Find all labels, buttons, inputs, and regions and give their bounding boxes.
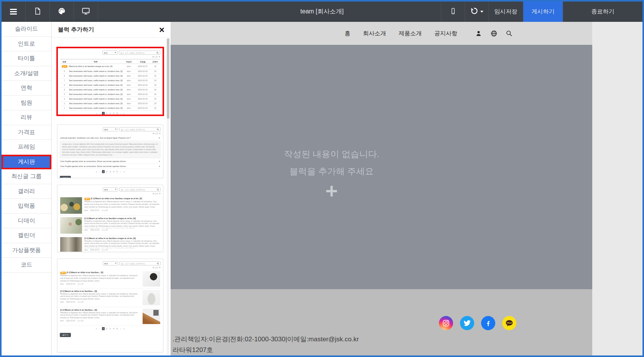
thumbnail-image <box>60 237 82 252</box>
sidebar-item[interactable]: 인트로 <box>2 37 51 52</box>
block-list: 분류 찾고 싶은 내용을 검색하세요 최신순 번호 제목 작성자 작성일 <box>52 38 171 355</box>
sidebar-item[interactable]: 연혁 <box>2 81 51 96</box>
page-button[interactable] <box>26 2 50 22</box>
app-window: team [회사소개] 임시저장 게시하기 종료하기 슬라이드인트로타이틀소개/… <box>0 0 644 357</box>
table-row: 3 Sed consectetur velit luctus, mollis m… <box>60 97 160 101</box>
page-number: › <box>119 327 122 330</box>
page-canvas: 작성된 내용이 없습니다. 블럭을 추가해 주세요 <box>171 45 592 289</box>
palette-icon <box>58 7 66 17</box>
sidebar-item[interactable]: 코드 <box>2 258 51 273</box>
site-nav-item[interactable]: 공지사항 <box>434 30 457 37</box>
page-number: 2 <box>105 112 108 115</box>
block-preview-board-faq[interactable]: 분류 찾고 싶은 내용을 검색하세요 최신순 vehicula imperdie… <box>57 124 163 178</box>
exit-button[interactable]: 종료하기 <box>563 2 642 22</box>
block-preview-board-table-highlighted[interactable]: 분류 찾고 싶은 내용을 검색하세요 최신순 번호 제목 작성자 작성일 <box>56 47 164 116</box>
sidebar-item-label: 캘린더 <box>18 232 35 239</box>
publish-button[interactable]: 게시하기 <box>523 2 563 22</box>
thumbnail-image <box>143 271 160 287</box>
sidebar-item[interactable]: 게시판 <box>2 155 51 170</box>
sort-control: 최신순 <box>60 192 161 195</box>
search-icon[interactable] <box>506 30 513 37</box>
page-number: 1 <box>102 327 105 330</box>
sidebar-item[interactable]: 슬라이드 <box>2 22 51 37</box>
sidebar-item[interactable]: 최신글 그룹 <box>2 169 51 184</box>
table-row: 2 Sed consectetur velit luctus, mollis m… <box>60 101 160 106</box>
list-item: [1-1] Mauris ac tellus in ac faucibus...… <box>60 307 161 326</box>
page-number: 4 <box>112 327 115 330</box>
site-header-icons <box>475 30 513 37</box>
sidebar-item-label: 소개/설명 <box>14 70 39 77</box>
faq-answer: congue arcu, sit amet dapibus nibh. Duis… <box>60 141 161 158</box>
scrollbar-thumb[interactable] <box>167 38 169 119</box>
page-number: 1 <box>102 112 105 115</box>
theme-button[interactable] <box>50 2 74 22</box>
close-icon[interactable]: × <box>159 25 164 34</box>
block-preview-board-image-right[interactable]: 분류 찾고 싶은 내용을 검색하세요 최신순 공지 [1-1] Mauris a… <box>57 259 163 352</box>
sidebar-item[interactable]: 타이틀 <box>2 51 51 66</box>
temp-save-button[interactable]: 임시저장 <box>488 2 523 22</box>
page-number: › <box>119 170 122 173</box>
monitor-icon <box>82 7 90 17</box>
sidebar-item[interactable]: 소개/설명 <box>2 66 51 81</box>
sidebar-item[interactable]: 리뷰 <box>2 110 51 125</box>
facebook-icon[interactable] <box>481 316 495 330</box>
sidebar-item[interactable]: 팀원 <box>2 96 51 111</box>
faq-question: Cras fringilla egestas tortor ac consect… <box>60 159 161 164</box>
sidebar-item-label: 슬라이드 <box>15 25 38 33</box>
search-magnifier-icon <box>157 262 159 265</box>
site-nav-item[interactable]: 회사소개 <box>363 30 386 37</box>
block-preview-board-image-left[interactable]: 분류 찾고 싶은 내용을 검색하세요 최신순 공지 [1-1] Mauris a… <box>57 185 163 252</box>
menu-button[interactable] <box>2 2 26 22</box>
sidebar-item[interactable]: 가상플랫폼 <box>2 243 51 258</box>
category-select: 분류 <box>103 261 118 265</box>
sidebar-item[interactable]: 디데이 <box>2 214 51 229</box>
page-number: 2 <box>105 170 108 173</box>
page-number: 4 <box>112 170 115 173</box>
list-item: [1-1] Mauris ac tellus in ac faucibus co… <box>60 216 161 236</box>
kakao-talk-label: TALK <box>507 322 512 324</box>
person-icon[interactable] <box>475 30 482 37</box>
footer-line1: .관리책임자:이은경|전화:02-1000-3030|이메일:master@js… <box>172 334 359 345</box>
sidebar-item-label: 팀원 <box>21 99 32 106</box>
chevron-down-icon <box>480 11 483 13</box>
site-nav-item[interactable]: 제품소개 <box>399 30 422 37</box>
thumbnail-image <box>143 309 160 324</box>
page-number: » <box>123 170 125 173</box>
site-nav-item[interactable]: 홈 <box>345 30 350 37</box>
table-row: 1 Sed consectetur velit luctus, mollis m… <box>60 106 160 110</box>
panel-scrollbar[interactable] <box>167 38 169 355</box>
twitter-icon[interactable] <box>460 316 474 330</box>
sidebar-item-label: 입력폼 <box>18 202 35 210</box>
pagination: «‹12345›» <box>60 112 160 115</box>
undo-button[interactable] <box>465 2 488 22</box>
add-block-panel: 블럭 추가하기 × 분류 찾고 싶은 내용을 검색하세요 최신순 <box>52 22 171 355</box>
sidebar-item[interactable]: 가격표 <box>2 125 51 140</box>
instagram-icon[interactable] <box>439 316 453 330</box>
sidebar-item[interactable]: 프레임 <box>2 140 51 155</box>
sidebar-item-label: 타이틀 <box>18 55 35 62</box>
sort-control: 최신순 <box>60 266 161 269</box>
search-input: 찾고 싶은 내용을 검색하세요 <box>119 187 161 192</box>
sidebar-item[interactable]: 갤러리 <box>2 184 51 199</box>
desktop-preview-button[interactable] <box>74 2 98 22</box>
write-button: 글쓰기 <box>60 176 71 178</box>
page-number: 3 <box>109 170 112 173</box>
kakaotalk-icon[interactable]: TALK <box>502 316 516 330</box>
globe-icon[interactable] <box>490 30 498 37</box>
category-select: 분류 <box>103 127 118 131</box>
footer-line2: 라타워1207호 <box>172 345 359 355</box>
block-category-sidebar: 슬라이드인트로타이틀소개/설명연혁팀원리뷰가격표프레임게시판최신글 그룹갤러리입… <box>2 22 52 355</box>
page-number: » <box>123 327 125 330</box>
page-number: « <box>95 170 98 173</box>
sidebar-item-label: 디데이 <box>18 217 35 224</box>
sidebar-item[interactable]: 캘린더 <box>2 228 51 243</box>
table-row: 5 Sed consectetur velit luctus, mollis m… <box>60 87 160 92</box>
sidebar-item-label: 연혁 <box>21 84 32 92</box>
sidebar-item-label: 인트로 <box>18 40 35 47</box>
mobile-preview-button[interactable] <box>441 2 465 22</box>
footer-info: .관리책임자:이은경|전화:02-1000-3030|이메일:master@js… <box>172 334 359 355</box>
sidebar-item[interactable]: 입력폼 <box>2 199 51 214</box>
site-footer: .관리책임자:이은경|전화:02-1000-3030|이메일:master@js… <box>171 289 592 355</box>
sort-control: 최신순 <box>60 56 160 58</box>
plus-icon[interactable] <box>326 186 337 197</box>
